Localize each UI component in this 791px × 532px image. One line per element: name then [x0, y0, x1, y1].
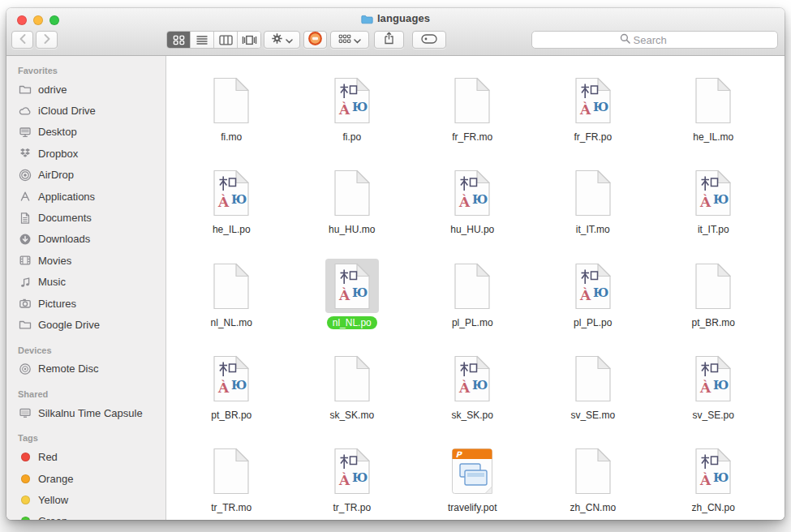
sidebar-item-yellow[interactable]: Yellow: [6, 489, 166, 510]
sidebar-item-icloud-drive[interactable]: iCloud Drive: [6, 100, 166, 121]
window-body: FavoritesodriveiCloud DriveDesktopDropbo…: [6, 56, 785, 520]
orange-app-button[interactable]: [303, 31, 327, 49]
sidebar-item-odrive[interactable]: odrive: [6, 79, 166, 100]
po-file-icon: À Ю: [325, 259, 379, 313]
file-pt_BR.po[interactable]: À Юpt_BR.po: [171, 344, 292, 436]
file-hu_HU.po[interactable]: À Юhu_HU.po: [412, 158, 533, 251]
mo-file-icon: [566, 444, 620, 498]
sidebar-item-music[interactable]: Music: [6, 272, 166, 293]
share-button[interactable]: [374, 31, 404, 49]
sidebar-item-remote-disc[interactable]: Remote Disc: [6, 358, 166, 380]
file-hu_HU.mo[interactable]: hu_HU.mo: [292, 158, 413, 251]
file-sk_SK.po[interactable]: À Юsk_SK.po: [412, 344, 533, 436]
coverflow-view-icon: [242, 35, 257, 45]
sidebar-item-label: Pictures: [38, 298, 76, 310]
sidebar-item-airdrop[interactable]: AirDrop: [6, 165, 166, 186]
arrange-menu-button[interactable]: [330, 31, 369, 49]
view-mode-coverflow-view[interactable]: [238, 32, 260, 48]
sidebar-item-orange[interactable]: Orange: [6, 468, 166, 489]
sidebar-item-red[interactable]: Red: [6, 446, 166, 467]
sidebar-item-label: Orange: [38, 473, 73, 485]
file-name-label: nl_NL.po: [327, 316, 377, 329]
sidebar-item-label: Red: [38, 451, 58, 463]
view-mode-column-view[interactable]: [214, 32, 238, 48]
file-pl_PL.mo[interactable]: pl_PL.mo: [412, 251, 533, 344]
file-name-label: he_IL.po: [207, 223, 256, 236]
sidebar-section-title: Favorites: [6, 59, 166, 79]
svg-text:Ю: Ю: [231, 378, 247, 393]
file-name-label: tr_TR.mo: [205, 501, 257, 514]
svg-text:Ю: Ю: [472, 192, 488, 207]
sidebar-item-label: Music: [38, 276, 66, 288]
file-tr_TR.mo[interactable]: tr_TR.mo: [171, 436, 292, 520]
po-file-icon: À Ю: [686, 444, 740, 498]
tag-color-dot: [18, 515, 32, 520]
file-icon-zone: [204, 251, 258, 313]
folder-icon: [18, 83, 32, 96]
folder-icon: [361, 15, 373, 27]
file-sv_SE.mo[interactable]: sv_SE.mo: [533, 344, 654, 436]
file-name-label: fr_FR.po: [568, 131, 617, 144]
sidebar-item-label: Movies: [38, 255, 71, 267]
sidebar-item-documents[interactable]: Documents: [6, 207, 166, 228]
sidebar-item-applications[interactable]: Applications: [6, 186, 166, 207]
tags-button[interactable]: [412, 31, 446, 49]
file-pl_PL.po[interactable]: À Юpl_PL.po: [533, 251, 654, 344]
file-he_IL.po[interactable]: À Юhe_IL.po: [171, 158, 292, 251]
file-sv_SE.po[interactable]: À Юsv_SE.po: [653, 344, 774, 436]
svg-text:À: À: [458, 380, 471, 396]
sidebar-item-pictures[interactable]: Pictures: [6, 293, 166, 314]
view-mode-list-view[interactable]: [191, 32, 214, 48]
file-sk_SK.mo[interactable]: sk_SK.mo: [292, 344, 413, 436]
file-nl_NL.mo[interactable]: nl_NL.mo: [171, 251, 292, 344]
sidebar-item-downloads[interactable]: Downloads: [6, 229, 166, 250]
file-fi.mo[interactable]: fi.mo: [171, 66, 292, 158]
sidebar-item-desktop[interactable]: Desktop: [6, 122, 166, 143]
file-fr_FR.mo[interactable]: fr_FR.mo: [412, 66, 533, 158]
finder-window: languages: [6, 8, 785, 520]
file-name-label: zh_CN.po: [686, 501, 741, 514]
file-name-label: sv_SE.mo: [565, 409, 621, 422]
file-it_IT.po[interactable]: À Юit_IT.po: [653, 158, 774, 251]
file-pt_BR.mo[interactable]: pt_BR.mo: [653, 251, 774, 344]
sidebar-item-movies[interactable]: Movies: [6, 250, 166, 271]
file-name-label: sk_SK.po: [446, 409, 499, 422]
sidebar-item-label: Downloads: [38, 233, 90, 245]
back-button[interactable]: [11, 31, 33, 49]
file-fr_FR.po[interactable]: À Юfr_FR.po: [533, 66, 654, 158]
file-icon-zone: À Ю: [204, 344, 258, 405]
forward-button[interactable]: [36, 31, 58, 49]
sidebar-item-label: odrive: [38, 84, 67, 96]
svg-text:À: À: [579, 101, 591, 118]
file-he_IL.mo[interactable]: he_IL.mo: [653, 66, 774, 158]
file-it_IT.mo[interactable]: it_IT.mo: [533, 158, 654, 251]
sidebar-item-dropbox[interactable]: Dropbox: [6, 143, 166, 164]
mo-file-icon: [204, 259, 258, 313]
po-file-icon: À Ю: [566, 73, 620, 127]
file-fi.po[interactable]: À Юfi.po: [292, 66, 413, 158]
file-name-label: zh_CN.mo: [564, 501, 621, 514]
action-menu-button[interactable]: [264, 31, 300, 49]
search-field[interactable]: [531, 31, 778, 49]
file-tr_TR.po[interactable]: À Юtr_TR.po: [292, 436, 413, 520]
file-name-label: pl_PL.mo: [446, 316, 499, 329]
svg-text:Ю: Ю: [352, 100, 368, 114]
view-mode-icon-view[interactable]: [167, 32, 191, 48]
mo-file-icon: [566, 165, 620, 220]
po-file-icon: À Ю: [686, 165, 740, 220]
file-name-label: hu_HU.po: [445, 223, 500, 236]
file-browser: fi.mo À Юfi.po fr_FR.mo À Юfr_FR.po he_I…: [166, 56, 785, 520]
svg-text:Ю: Ю: [713, 378, 729, 393]
search-input[interactable]: [634, 34, 690, 46]
svg-text:À: À: [579, 287, 591, 303]
file-zh_CN.mo[interactable]: zh_CN.mo: [533, 436, 654, 520]
screen: languages: [0, 0, 791, 532]
sidebar-item-green[interactable]: Green: [6, 511, 166, 520]
sidebar-item-google-drive[interactable]: Google Drive: [6, 314, 166, 335]
sidebar-item-silkalnu-time-capsule[interactable]: Silkalnu Time Capsule: [6, 402, 166, 423]
gear-icon: [271, 32, 283, 48]
file-travelify.pot[interactable]: P travelify.pot: [412, 436, 533, 520]
file-zh_CN.po[interactable]: À Юzh_CN.po: [653, 436, 774, 520]
file-nl_NL.po[interactable]: À Юnl_NL.po: [292, 251, 413, 344]
file-name-label: fr_FR.mo: [446, 131, 498, 144]
